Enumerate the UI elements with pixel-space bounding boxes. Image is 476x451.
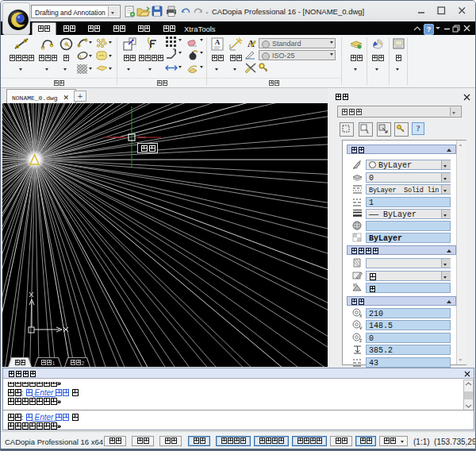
svg-text:A: A	[215, 38, 221, 46]
svg-text:z: z	[359, 337, 362, 343]
svg-text:x: x	[359, 313, 363, 318]
svg-text:y: y	[359, 325, 363, 330]
